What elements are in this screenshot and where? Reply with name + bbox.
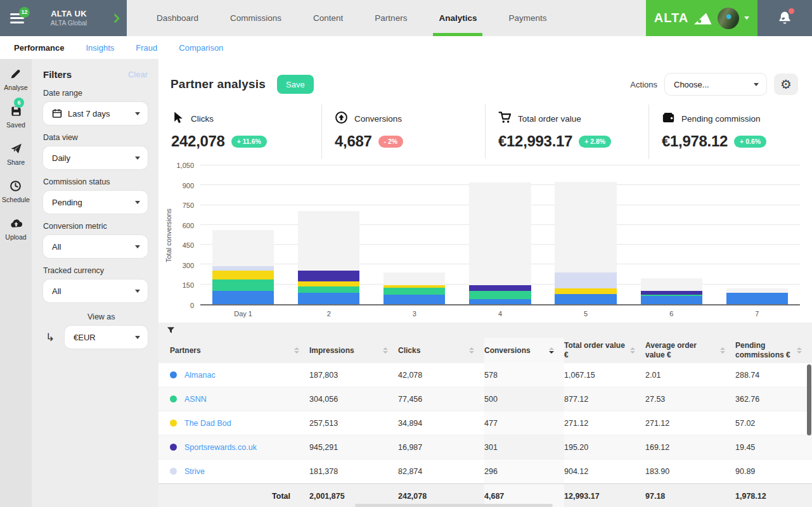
view-as-label: View as bbox=[87, 312, 148, 321]
y-tick-label: 900 bbox=[183, 182, 194, 189]
rail-item-upload[interactable]: Upload bbox=[5, 217, 26, 241]
cell: 877.12 bbox=[564, 387, 645, 411]
menu-icon[interactable]: 12 bbox=[10, 13, 24, 23]
tracked-currency-select[interactable]: All bbox=[43, 279, 148, 302]
nav-item-dashboard[interactable]: Dashboard bbox=[141, 0, 214, 36]
tab-insights[interactable]: Insights bbox=[86, 43, 114, 53]
date-range-select[interactable]: Last 7 days bbox=[43, 102, 148, 125]
bar-4[interactable] bbox=[457, 165, 543, 304]
nav-item-partners[interactable]: Partners bbox=[359, 0, 423, 36]
nav-item-analytics[interactable]: Analytics bbox=[423, 0, 493, 36]
rail-item-schedule[interactable]: Schedule bbox=[2, 180, 30, 203]
x-tick-label: 6 bbox=[629, 310, 714, 318]
vertical-scrollbar[interactable] bbox=[807, 364, 811, 435]
partner-link[interactable]: The Dad Bod bbox=[184, 419, 231, 428]
filters-clear-button[interactable]: Clear bbox=[128, 70, 148, 79]
tab-performance[interactable]: Performance bbox=[14, 43, 64, 53]
org-switcher[interactable]: 12 ALTA UK ALTA Global bbox=[0, 0, 127, 36]
brand-logo-icon bbox=[693, 11, 712, 25]
total-cell: 12,993.17 bbox=[564, 484, 645, 507]
chevron-down-icon bbox=[135, 112, 140, 115]
cell: 57.02 bbox=[735, 411, 812, 435]
saved-count-badge: 6 bbox=[14, 98, 24, 108]
partner-cell: Almanac bbox=[158, 363, 309, 387]
nav-item-payments[interactable]: Payments bbox=[493, 0, 562, 36]
bar-5[interactable] bbox=[543, 165, 629, 304]
table-row: ASNN304,05677,456500877.1227.53362.76 bbox=[158, 387, 812, 411]
segment-sportsrewards-co-uk bbox=[298, 271, 359, 282]
sort-icon[interactable] bbox=[294, 347, 299, 354]
partner-cell: The Dad Bod bbox=[158, 411, 309, 435]
kpi-pending-commission: Pending commission€1,978.12+ 0.6% bbox=[648, 105, 812, 159]
partner-link[interactable]: Sportsrewards.co.uk bbox=[184, 443, 257, 452]
sort-icon[interactable] bbox=[549, 347, 554, 354]
bar-7[interactable] bbox=[714, 165, 800, 304]
cursor-icon bbox=[171, 111, 184, 127]
nav-item-content[interactable]: Content bbox=[297, 0, 359, 36]
partner-link[interactable]: Strive bbox=[184, 467, 205, 476]
rail-item-analyse[interactable]: Analyse bbox=[4, 68, 27, 91]
sort-icon[interactable] bbox=[720, 347, 725, 354]
notification-dot bbox=[789, 8, 794, 14]
plot-area bbox=[200, 165, 800, 305]
partners-table: PartnersImpressionsClicksConversionsTota… bbox=[158, 323, 812, 507]
tab-comparison[interactable]: Comparison bbox=[179, 43, 223, 53]
partner-link[interactable]: Almanac bbox=[184, 371, 216, 380]
rail-item-saved[interactable]: 6Saved bbox=[6, 105, 25, 129]
kpi-value: 4,687 bbox=[335, 132, 372, 150]
data-view-select[interactable]: Daily bbox=[43, 146, 148, 169]
partner-link[interactable]: ASNN bbox=[184, 395, 207, 404]
column-header-clicks: Clicks bbox=[398, 338, 484, 363]
tab-fraud[interactable]: Fraud bbox=[136, 43, 157, 53]
sort-icon[interactable] bbox=[383, 347, 388, 354]
cell: 288.74 bbox=[735, 363, 812, 387]
kpi-clicks: Clicks242,078+ 11.6% bbox=[158, 105, 321, 159]
avatar-caret-icon[interactable] bbox=[744, 16, 749, 20]
segment-remainder bbox=[555, 182, 616, 273]
sort-icon[interactable] bbox=[469, 347, 474, 354]
horizontal-scrollbar[interactable] bbox=[355, 504, 553, 507]
data-view-field: Data viewDaily bbox=[43, 133, 148, 169]
filters-title: Filters bbox=[43, 69, 72, 80]
conversion-metric-select[interactable]: All bbox=[43, 235, 148, 258]
settings-button[interactable]: ⚙ bbox=[774, 74, 798, 95]
filter-funnel-icon[interactable] bbox=[167, 326, 175, 334]
x-tick-label: 3 bbox=[371, 310, 457, 318]
rail-item-share[interactable]: Share bbox=[7, 143, 25, 166]
cell: 271.12 bbox=[564, 411, 645, 435]
org-name: ALTA UK bbox=[51, 9, 87, 19]
cell: 16,987 bbox=[398, 435, 484, 459]
nav-item-commissions[interactable]: Commissions bbox=[214, 0, 297, 36]
cell: 19.45 bbox=[735, 435, 812, 459]
cell: 77,456 bbox=[398, 387, 484, 411]
cell: 195.20 bbox=[564, 435, 645, 459]
segment-almanac bbox=[383, 295, 445, 304]
notifications-button[interactable] bbox=[757, 0, 812, 36]
bar-day-1[interactable] bbox=[200, 165, 286, 304]
bar-3[interactable] bbox=[371, 165, 457, 304]
chevron-down-icon bbox=[135, 245, 140, 248]
y-axis-ticks: 01503004506007509001,050 bbox=[174, 165, 200, 305]
cell: 2.01 bbox=[645, 363, 735, 387]
commission-status-select[interactable]: Pending bbox=[43, 191, 148, 214]
segment-almanac bbox=[469, 299, 531, 304]
tool-rail: Analyse6SavedShareScheduleUpload bbox=[0, 59, 32, 507]
bar-6[interactable] bbox=[629, 165, 714, 304]
sort-icon[interactable] bbox=[797, 347, 802, 354]
cell: 82,874 bbox=[398, 459, 484, 483]
actions-label: Actions bbox=[630, 80, 657, 89]
table-row: Strive181,37882,874296904.12183.9090.89 bbox=[158, 459, 812, 484]
sort-icon[interactable] bbox=[630, 347, 635, 354]
actions-select[interactable]: Choose... bbox=[665, 74, 766, 95]
cell: 362.76 bbox=[735, 387, 812, 411]
column-header-pending-commissions-: Pending commissions € bbox=[735, 338, 812, 363]
view-as-select[interactable]: €EUR bbox=[65, 326, 148, 349]
wallet-icon bbox=[662, 111, 675, 127]
segment-strive bbox=[555, 273, 616, 288]
bar-2[interactable] bbox=[286, 165, 371, 304]
x-tick-label: 5 bbox=[543, 310, 629, 318]
chevron-down-icon bbox=[135, 336, 140, 339]
save-button[interactable]: Save bbox=[277, 75, 314, 94]
org-subtitle: ALTA Global bbox=[51, 19, 87, 27]
avatar[interactable] bbox=[718, 8, 739, 29]
